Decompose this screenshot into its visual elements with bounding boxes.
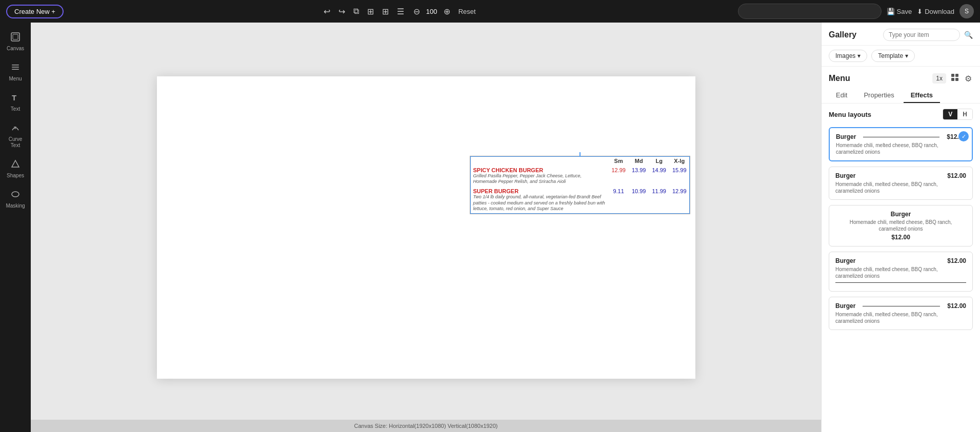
sidebar-item-text[interactable]: T Text (2, 88, 29, 116)
text-icon: T (10, 92, 21, 105)
header-sm: Sm (608, 156, 629, 166)
zoom-in-button[interactable]: ⊕ (442, 5, 452, 18)
item-2-price-xlg: 12.99 (669, 187, 690, 214)
grid-button[interactable]: ⊞ (380, 5, 391, 18)
layout-card-2[interactable]: Burger $12.00 Homemade chili, melted che… (829, 167, 973, 200)
layout-card-3[interactable]: Burger Homemade chili, melted cheese, BB… (829, 205, 973, 246)
reset-button[interactable]: Reset (454, 6, 480, 17)
sidebar-item-shapes[interactable]: Shapes (2, 155, 29, 183)
svg-rect-1 (13, 34, 18, 39)
toolbar: Create New + ↩ ↪ ⧉ ⊞ ⊞ ☰ ⊖ 100 ⊕ Reset 💾… (0, 0, 980, 23)
gallery-search-input[interactable] (883, 29, 960, 41)
menu-scale-button[interactable]: 1x (932, 73, 946, 84)
chevron-down-icon-2: ▾ (905, 52, 908, 59)
layout-toggle-v[interactable]: V (943, 109, 957, 119)
menu-grid-button[interactable] (949, 72, 961, 85)
sidebar-item-canvas[interactable]: Canvas (2, 28, 29, 56)
lc-row-5: Burger $12.00 (835, 302, 966, 310)
lc-price-5: $12.00 (947, 302, 966, 310)
svg-rect-11 (951, 78, 954, 81)
canvas-status-text: Canvas Size: Horizontal(1920x1080) Verti… (354, 423, 497, 429)
header-name (470, 156, 609, 166)
copy-button[interactable]: ⧉ (351, 5, 361, 18)
save-button[interactable]: 💾 Save (887, 8, 912, 15)
svg-text:T: T (12, 93, 16, 102)
layout-card-4[interactable]: Burger $12.00 Homemade chili, melted che… (829, 252, 973, 292)
undo-button[interactable]: ↩ (322, 5, 332, 18)
canvas-icon (10, 32, 21, 45)
sidebar-item-curve-text[interactable]: T Curve Text (2, 118, 29, 153)
filter-images-button[interactable]: Images ▾ (829, 50, 867, 62)
layout-toggle-h[interactable]: H (957, 109, 972, 119)
sidebar-item-menu-label: Menu (9, 76, 22, 82)
sidebar-item-curve-text-label: Curve Text (4, 136, 27, 149)
filter-template-button[interactable]: Template ▾ (871, 50, 915, 62)
save-label: Save (897, 8, 912, 15)
item-2-price-lg: 11.99 (649, 187, 669, 214)
sidebar-item-text-label: Text (11, 106, 20, 112)
lc-center-price-3: $12.00 (835, 234, 966, 241)
lc-row-4: Burger $12.00 (835, 257, 966, 264)
svg-point-8 (12, 192, 19, 197)
menu-settings-button[interactable]: ⚙ (964, 73, 973, 85)
selected-check-icon: ✓ (958, 131, 969, 141)
item-2-name: SUPER BURGER Two 1/4 lb daily ground, al… (470, 187, 609, 214)
menu-table-wrapper[interactable]: Sm Md Lg X-lg SPICY CHICKEN BURGER Grill… (470, 156, 690, 214)
svg-text:T: T (14, 126, 16, 130)
canvas-area: Sm Md Lg X-lg SPICY CHICKEN BURGER Grill… (31, 23, 821, 432)
create-new-button[interactable]: Create New + (6, 5, 64, 18)
header-md: Md (629, 156, 649, 166)
lc-price-2: $12.00 (947, 172, 966, 179)
canvas-white: Sm Md Lg X-lg SPICY CHICKEN BURGER Grill… (157, 76, 695, 379)
gallery-title: Gallery (829, 30, 879, 39)
download-icon: ⬇ (917, 8, 923, 15)
paste-button[interactable]: ⊞ (365, 5, 376, 18)
lc-title-2: Burger (835, 172, 855, 179)
svg-rect-4 (12, 69, 19, 70)
lc-title-1: Burger (836, 133, 856, 140)
lc-divider-4 (835, 282, 966, 283)
tab-effects[interactable]: Effects (904, 88, 940, 103)
item-2-price-md: 10.99 (629, 187, 649, 214)
item-1-price-lg: 14.99 (649, 166, 669, 187)
download-button[interactable]: ⬇ Download (917, 8, 954, 15)
search-bar[interactable] (738, 4, 882, 19)
tab-properties[interactable]: Properties (856, 88, 901, 103)
header-xlg: X-lg (669, 156, 690, 166)
masking-icon (10, 189, 21, 202)
lc-desc-2: Homemade chili, melted cheese, BBQ ranch… (835, 181, 966, 194)
layout-cards: ✓ Burger $12.00 Homemade chili, melted c… (822, 123, 980, 432)
chevron-down-icon: ▾ (857, 52, 861, 59)
item-1-name: SPICY CHICKEN BURGER Grilled Pasilla Pep… (470, 166, 609, 187)
avatar[interactable]: S (959, 4, 974, 18)
zoom-out-button[interactable]: ⊖ (411, 5, 422, 18)
save-icon: 💾 (887, 8, 895, 15)
filter-images-label: Images (835, 52, 855, 59)
selection-handle-top (579, 152, 581, 156)
menu-icon (10, 62, 21, 75)
lc-center-title-3: Burger (835, 211, 966, 218)
svg-rect-12 (955, 78, 958, 81)
zoom-control: ⊖ 100 ⊕ Reset (411, 5, 480, 18)
shapes-icon (10, 159, 21, 172)
lc-title-4: Burger (835, 257, 855, 264)
layout-card-5[interactable]: Burger $12.00 Homemade chili, melted che… (829, 297, 973, 330)
lc-row-1: Burger $12.00 (836, 133, 966, 140)
redo-button[interactable]: ↪ (336, 5, 347, 18)
menu-header-row: Sm Md Lg X-lg (470, 156, 690, 166)
lc-center-desc-3: Homemade chili, melted cheese, BBQ ranch… (835, 219, 966, 232)
item-1-price-md: 13.99 (629, 166, 649, 187)
table-row: SPICY CHICKEN BURGER Grilled Pasilla Pep… (470, 166, 690, 187)
tab-edit[interactable]: Edit (829, 88, 854, 103)
lc-title-5: Burger (835, 302, 855, 310)
layout-card-1[interactable]: ✓ Burger $12.00 Homemade chili, melted c… (829, 127, 973, 161)
sidebar-item-menu[interactable]: Menu (2, 58, 29, 86)
svg-rect-0 (11, 33, 19, 41)
sidebar-item-canvas-label: Canvas (7, 46, 24, 52)
svg-rect-2 (12, 65, 19, 66)
menu-label: Menu (829, 74, 928, 83)
lc-line-5 (863, 306, 940, 306)
table-row: SUPER BURGER Two 1/4 lb daily ground, al… (470, 187, 690, 214)
sidebar-item-masking[interactable]: Masking (2, 185, 29, 213)
list-button[interactable]: ☰ (395, 5, 406, 18)
